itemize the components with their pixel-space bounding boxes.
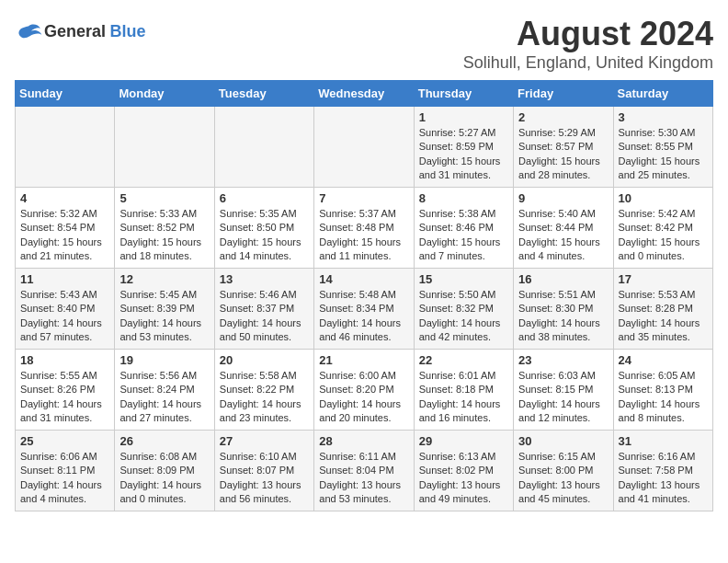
calendar-cell: 26Sunrise: 6:08 AM Sunset: 8:09 PM Dayli… [115,431,214,511]
day-info: Sunrise: 6:01 AM Sunset: 8:18 PM Dayligh… [419,369,508,426]
day-info: Sunrise: 6:06 AM Sunset: 8:11 PM Dayligh… [20,450,109,507]
day-number: 2 [518,110,608,124]
header-monday: Monday [115,81,214,107]
day-number: 8 [419,191,508,205]
day-info: Sunrise: 6:05 AM Sunset: 8:13 PM Dayligh… [619,369,708,426]
day-number: 9 [518,191,608,205]
calendar-cell: 23Sunrise: 6:03 AM Sunset: 8:15 PM Dayli… [514,350,613,431]
calendar-cell: 17Sunrise: 5:53 AM Sunset: 8:28 PM Dayli… [613,269,712,350]
header-sunday: Sunday [16,81,115,107]
calendar-cell: 31Sunrise: 6:16 AM Sunset: 7:58 PM Dayli… [613,431,712,511]
day-number: 16 [518,272,608,286]
calendar-cell: 13Sunrise: 5:46 AM Sunset: 8:37 PM Dayli… [214,269,313,350]
day-number: 12 [119,272,209,286]
logo-blue-text: Blue [110,22,146,40]
day-number: 25 [20,434,109,448]
day-number: 14 [319,272,408,286]
day-info: Sunrise: 5:27 AM Sunset: 8:59 PM Dayligh… [419,126,508,183]
header-thursday: Thursday [414,81,513,107]
day-info: Sunrise: 5:48 AM Sunset: 8:34 PM Dayligh… [319,288,408,345]
logo-general-text: General [44,22,106,40]
day-number: 10 [619,191,708,205]
day-info: Sunrise: 5:33 AM Sunset: 8:52 PM Dayligh… [119,207,209,264]
calendar-cell: 21Sunrise: 6:00 AM Sunset: 8:20 PM Dayli… [314,350,414,431]
calendar-cell: 6Sunrise: 5:35 AM Sunset: 8:50 PM Daylig… [214,188,313,269]
calendar-header-row: SundayMondayTuesdayWednesdayThursdayFrid… [16,81,713,107]
day-info: Sunrise: 6:10 AM Sunset: 8:07 PM Dayligh… [220,450,309,507]
header-saturday: Saturday [613,81,712,107]
day-number: 17 [619,272,708,286]
day-info: Sunrise: 5:30 AM Sunset: 8:55 PM Dayligh… [619,126,708,183]
week-row-5: 25Sunrise: 6:06 AM Sunset: 8:11 PM Dayli… [16,431,713,511]
calendar-cell: 1Sunrise: 5:27 AM Sunset: 8:59 PM Daylig… [414,107,513,188]
calendar-cell: 12Sunrise: 5:45 AM Sunset: 8:39 PM Dayli… [115,269,214,350]
calendar-cell: 9Sunrise: 5:40 AM Sunset: 8:44 PM Daylig… [514,188,613,269]
calendar-cell: 2Sunrise: 5:29 AM Sunset: 8:57 PM Daylig… [514,107,613,188]
day-number: 3 [619,110,708,124]
day-number: 23 [518,353,608,367]
calendar-cell [314,107,414,188]
day-info: Sunrise: 5:58 AM Sunset: 8:22 PM Dayligh… [220,369,309,426]
day-number: 21 [319,353,408,367]
day-number: 19 [119,353,209,367]
day-info: Sunrise: 5:56 AM Sunset: 8:24 PM Dayligh… [119,369,209,426]
day-info: Sunrise: 5:35 AM Sunset: 8:50 PM Dayligh… [220,207,309,264]
calendar-cell: 30Sunrise: 6:15 AM Sunset: 8:00 PM Dayli… [514,431,613,511]
calendar-cell: 24Sunrise: 6:05 AM Sunset: 8:13 PM Dayli… [613,350,712,431]
day-info: Sunrise: 6:16 AM Sunset: 7:58 PM Dayligh… [619,450,708,507]
day-info: Sunrise: 5:42 AM Sunset: 8:42 PM Dayligh… [619,207,708,264]
calendar-cell: 8Sunrise: 5:38 AM Sunset: 8:46 PM Daylig… [414,188,513,269]
day-info: Sunrise: 5:51 AM Sunset: 8:30 PM Dayligh… [518,288,608,345]
day-number: 11 [20,272,109,286]
day-number: 13 [220,272,309,286]
day-info: Sunrise: 5:32 AM Sunset: 8:54 PM Dayligh… [20,207,109,264]
calendar-cell: 25Sunrise: 6:06 AM Sunset: 8:11 PM Dayli… [16,431,115,511]
calendar-table: SundayMondayTuesdayWednesdayThursdayFrid… [15,80,713,511]
week-row-1: 1Sunrise: 5:27 AM Sunset: 8:59 PM Daylig… [16,107,713,188]
day-number: 29 [419,434,508,448]
header-friday: Friday [514,81,613,107]
day-number: 31 [619,434,708,448]
day-number: 30 [518,434,608,448]
calendar-cell: 5Sunrise: 5:33 AM Sunset: 8:52 PM Daylig… [115,188,214,269]
calendar-cell [115,107,214,188]
day-info: Sunrise: 5:40 AM Sunset: 8:44 PM Dayligh… [518,207,608,264]
day-info: Sunrise: 6:15 AM Sunset: 8:00 PM Dayligh… [518,450,608,507]
day-info: Sunrise: 6:00 AM Sunset: 8:20 PM Dayligh… [319,369,408,426]
day-number: 6 [220,191,309,205]
day-info: Sunrise: 6:03 AM Sunset: 8:15 PM Dayligh… [518,369,608,426]
day-info: Sunrise: 5:53 AM Sunset: 8:28 PM Dayligh… [619,288,708,345]
calendar-cell [16,107,115,188]
day-number: 7 [319,191,408,205]
calendar-cell: 19Sunrise: 5:56 AM Sunset: 8:24 PM Dayli… [115,350,214,431]
day-number: 4 [20,191,109,205]
calendar-cell: 15Sunrise: 5:50 AM Sunset: 8:32 PM Dayli… [414,269,513,350]
day-info: Sunrise: 6:11 AM Sunset: 8:04 PM Dayligh… [319,450,408,507]
day-info: Sunrise: 5:46 AM Sunset: 8:37 PM Dayligh… [220,288,309,345]
header-wednesday: Wednesday [314,81,414,107]
day-number: 1 [419,110,508,124]
page-subtitle: Solihull, England, United Kingdom [463,53,713,73]
calendar-cell: 29Sunrise: 6:13 AM Sunset: 8:02 PM Dayli… [414,431,513,511]
day-info: Sunrise: 5:38 AM Sunset: 8:46 PM Dayligh… [419,207,508,264]
calendar-cell: 22Sunrise: 6:01 AM Sunset: 8:18 PM Dayli… [414,350,513,431]
day-info: Sunrise: 5:29 AM Sunset: 8:57 PM Dayligh… [518,126,608,183]
day-info: Sunrise: 5:55 AM Sunset: 8:26 PM Dayligh… [20,369,109,426]
day-number: 24 [619,353,708,367]
calendar-cell: 10Sunrise: 5:42 AM Sunset: 8:42 PM Dayli… [613,188,712,269]
day-number: 18 [20,353,109,367]
day-info: Sunrise: 5:37 AM Sunset: 8:48 PM Dayligh… [319,207,408,264]
calendar-cell: 3Sunrise: 5:30 AM Sunset: 8:55 PM Daylig… [613,107,712,188]
page-title: August 2024 [463,15,713,53]
calendar-cell: 7Sunrise: 5:37 AM Sunset: 8:48 PM Daylig… [314,188,414,269]
day-number: 28 [319,434,408,448]
day-info: Sunrise: 6:13 AM Sunset: 8:02 PM Dayligh… [419,450,508,507]
week-row-3: 11Sunrise: 5:43 AM Sunset: 8:40 PM Dayli… [16,269,713,350]
day-number: 26 [119,434,209,448]
week-row-4: 18Sunrise: 5:55 AM Sunset: 8:26 PM Dayli… [16,350,713,431]
day-number: 5 [119,191,209,205]
title-area: August 2024 Solihull, England, United Ki… [463,15,713,73]
header: General Blue August 2024 Solihull, Engla… [15,15,713,73]
day-number: 22 [419,353,508,367]
header-tuesday: Tuesday [214,81,313,107]
